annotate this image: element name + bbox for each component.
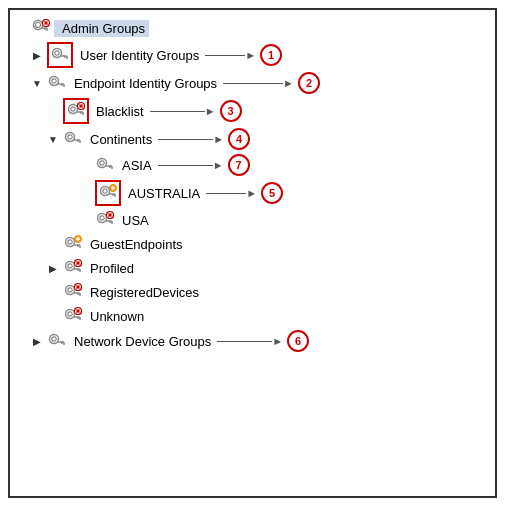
tree-node-profiled: ▶ Profiled: [14, 256, 491, 280]
svg-point-26: [66, 133, 75, 142]
badge-3: 3: [220, 100, 242, 122]
arrow-continents: ►: [158, 133, 224, 145]
svg-point-19: [71, 107, 75, 111]
tree-node-network-device: ▶ Network Device Groups ► 6: [14, 328, 491, 354]
icon-box-blacklist: [63, 98, 89, 124]
svg-point-44: [98, 214, 107, 223]
badge-1: 1: [260, 44, 282, 66]
svg-point-60: [66, 262, 75, 271]
svg-point-36: [101, 187, 110, 196]
tree-node-unknown: Unknown: [14, 304, 491, 328]
badge-5: 5: [261, 182, 283, 204]
svg-point-68: [66, 286, 75, 295]
svg-point-76: [66, 310, 75, 319]
svg-point-84: [50, 335, 59, 344]
svg-point-77: [68, 312, 72, 316]
badge-4: 4: [228, 128, 250, 150]
continents-label: Continents: [90, 132, 152, 147]
key-red-x-icon: [31, 18, 51, 38]
badge-2: 2: [298, 72, 320, 94]
tree-node-usa: USA: [14, 208, 491, 232]
badge-6: 6: [287, 330, 309, 352]
toggle-continents[interactable]: ▼: [46, 132, 60, 146]
usa-label: USA: [122, 213, 149, 228]
key-red-x-icon-profiled: [63, 258, 83, 278]
arrow-endpoint-identity: ►: [223, 77, 294, 89]
key-plain-icon-network: [47, 331, 67, 351]
svg-point-31: [98, 159, 107, 168]
arrow-asia: ►: [158, 159, 224, 171]
guest-endpoints-label: GuestEndpoints: [90, 237, 183, 252]
key-red-x-icon-unknown: [63, 306, 83, 326]
key-plain-icon-2: [47, 73, 67, 93]
svg-point-53: [68, 240, 72, 244]
svg-point-85: [52, 337, 56, 341]
admin-groups-label: Admin Groups: [62, 21, 145, 36]
svg-point-1: [36, 23, 41, 28]
user-identity-label: User Identity Groups: [80, 48, 199, 63]
key-orange-icon-guest: [63, 234, 83, 254]
profiled-label: Profiled: [90, 261, 134, 276]
svg-point-32: [100, 161, 104, 165]
registered-devices-label: RegisteredDevices: [90, 285, 199, 300]
arrow-australia: ►: [206, 187, 257, 199]
tree-node-endpoint-identity: ▼ Endpoint Identity Groups ► 2: [14, 70, 491, 96]
icon-box-user-identity: [47, 42, 73, 68]
svg-point-13: [50, 77, 59, 86]
endpoint-identity-label: Endpoint Identity Groups: [74, 76, 217, 91]
svg-point-45: [100, 216, 104, 220]
unknown-label: Unknown: [90, 309, 144, 324]
svg-point-14: [52, 79, 56, 83]
tree-node-continents: ▼ Continents ► 4: [14, 126, 491, 152]
key-red-x-icon-3: [66, 101, 86, 121]
key-plain-icon-asia: [95, 155, 115, 175]
tree-node-registered-devices: RegisteredDevices: [14, 280, 491, 304]
key-orange-icon-australia: [98, 183, 118, 203]
svg-point-27: [68, 135, 72, 139]
svg-point-69: [68, 288, 72, 292]
toggle-profiled[interactable]: ▶: [46, 261, 60, 275]
tree-node-asia: ASIA ► 7: [14, 152, 491, 178]
arrow-network-device: ►: [217, 335, 283, 347]
svg-point-0: [34, 21, 43, 30]
tree-node-guest-endpoints: GuestEndpoints: [14, 232, 491, 256]
svg-point-61: [68, 264, 72, 268]
tree-node-australia: AUSTRALIA ► 5: [14, 178, 491, 208]
toggle-user-identity[interactable]: ▶: [30, 48, 44, 62]
tree-node-admin-groups: Admin Groups: [14, 16, 491, 40]
arrow-blacklist: ►: [150, 105, 216, 117]
svg-point-8: [53, 49, 62, 58]
svg-point-9: [55, 51, 59, 55]
key-red-x-icon-registered: [63, 282, 83, 302]
asia-label: ASIA: [122, 158, 152, 173]
key-plain-icon-continents: [63, 129, 83, 149]
tree-node-user-identity: ▶ User Identity Groups: [14, 40, 491, 70]
arrow-user-identity: ►: [205, 49, 256, 61]
badge-7: 7: [228, 154, 250, 176]
svg-point-37: [103, 189, 107, 193]
australia-label: AUSTRALIA: [128, 186, 200, 201]
toggle-endpoint-identity[interactable]: ▼: [30, 76, 44, 90]
toggle-network-device[interactable]: ▶: [30, 334, 44, 348]
svg-point-18: [69, 105, 78, 114]
tree-node-blacklist: Blacklist ► 3: [14, 96, 491, 126]
svg-point-52: [66, 238, 75, 247]
tree-container: Admin Groups ▶: [8, 8, 497, 498]
icon-box-australia: [95, 180, 121, 206]
network-device-label: Network Device Groups: [74, 334, 211, 349]
key-plain-icon: [50, 45, 70, 65]
key-red-x-icon-usa: [95, 210, 115, 230]
blacklist-label: Blacklist: [96, 104, 144, 119]
